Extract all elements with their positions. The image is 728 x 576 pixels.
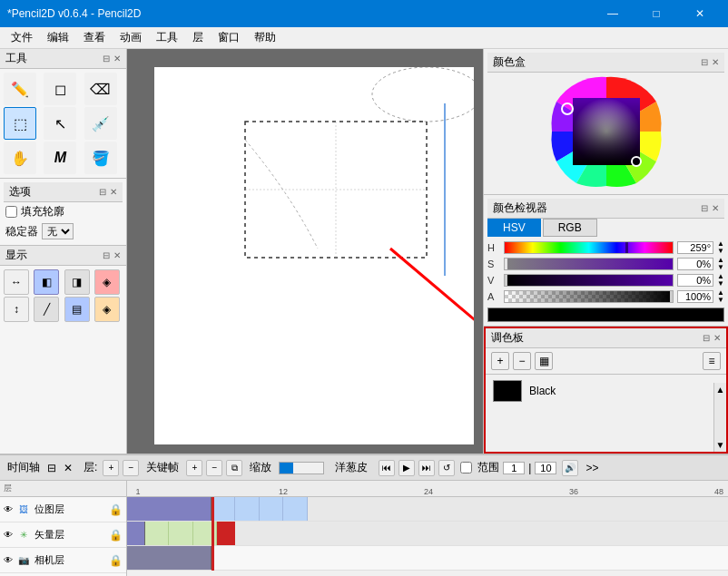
layer-row-bitmap[interactable]: 👁 🖼 位图层 🔒 <box>0 497 126 522</box>
bitmap-frame-4[interactable] <box>260 497 283 521</box>
bitmap-frame-3[interactable] <box>235 497 259 521</box>
remove-keyframe-btn[interactable]: − <box>206 460 222 476</box>
hand-btn[interactable]: ✋ <box>4 142 36 174</box>
fill-contour-checkbox[interactable] <box>5 206 17 218</box>
remove-layer-btn[interactable]: − <box>123 460 139 476</box>
val-down-arrow[interactable]: ▼ <box>717 280 724 288</box>
prev-frame-btn[interactable]: ⏮ <box>379 460 395 476</box>
layer-vector-lock[interactable]: 🔒 <box>109 529 123 542</box>
hue-down-arrow[interactable]: ▼ <box>717 248 724 255</box>
palette-close-icon[interactable]: ✕ <box>713 333 721 343</box>
smudge-m-btn[interactable]: M <box>44 142 76 174</box>
sat-value[interactable] <box>677 258 713 270</box>
menu-tools[interactable]: 工具 <box>149 28 185 47</box>
vector-frame-2[interactable] <box>145 522 169 545</box>
vector-keyframe-current[interactable] <box>217 522 235 545</box>
menu-help[interactable]: 帮助 <box>247 28 283 47</box>
val-value[interactable] <box>677 274 713 287</box>
val-track[interactable] <box>504 274 674 287</box>
bucket-btn[interactable]: 🪣 <box>84 142 117 174</box>
next-frame-btn[interactable]: ⏭ <box>418 460 435 476</box>
smudge-tool-btn[interactable]: ⌫ <box>84 73 117 105</box>
safe-area-btn[interactable]: ◈ <box>94 297 120 322</box>
layer-bitmap-lock[interactable]: 🔒 <box>109 503 123 516</box>
add-keyframe-btn[interactable]: + <box>186 460 202 476</box>
display-close-icon[interactable]: ✕ <box>113 250 121 260</box>
timeline-float-icon[interactable]: ⊟ <box>47 462 56 474</box>
options-close-icon[interactable]: ✕ <box>110 187 117 197</box>
close-panel-icon[interactable]: ✕ <box>113 54 121 63</box>
layer-row-camera[interactable]: 👁 📷 相机层 🔒 <box>0 548 126 573</box>
scroll-down-arrow[interactable]: ▼ <box>714 438 727 452</box>
colorbox-float-icon[interactable]: ⊟ <box>701 57 708 67</box>
bitmap-frame-2[interactable] <box>212 497 235 521</box>
select-arrow-btn[interactable]: ↖ <box>44 107 76 140</box>
menu-animation[interactable]: 动画 <box>113 28 149 47</box>
menu-layers[interactable]: 层 <box>185 28 211 47</box>
flip-v-btn[interactable]: ↕ <box>4 297 29 322</box>
alpha-down-arrow[interactable]: ▼ <box>717 297 724 304</box>
canvas[interactable] <box>154 67 474 444</box>
palette-grid-btn[interactable]: ▦ <box>535 352 553 370</box>
palette-float-icon[interactable]: ⊟ <box>703 333 710 343</box>
float-icon[interactable]: ⊟ <box>103 54 110 63</box>
timeline-close-icon[interactable]: ✕ <box>64 462 73 474</box>
vector-frame-3[interactable] <box>169 522 192 545</box>
canvas-area[interactable] <box>127 49 483 454</box>
colorviewer-close-icon[interactable]: ✕ <box>712 203 719 213</box>
sat-down-arrow[interactable]: ▼ <box>717 264 724 271</box>
stabilizer-select[interactable]: 无 <box>42 223 74 239</box>
menu-window[interactable]: 窗口 <box>211 28 247 47</box>
zoom-slider[interactable] <box>279 462 324 474</box>
eyedropper-btn[interactable]: 💉 <box>84 107 117 140</box>
vector-keyframe-1[interactable] <box>127 522 145 545</box>
close-button[interactable]: ✕ <box>679 0 721 27</box>
scroll-up-arrow[interactable]: ▲ <box>714 383 727 396</box>
dup-keyframe-btn[interactable]: ⧉ <box>226 460 242 476</box>
overlay-btn[interactable]: ▤ <box>64 297 90 322</box>
select-rect-btn[interactable]: ⬚ <box>4 107 36 140</box>
loop-btn[interactable]: ↺ <box>438 460 455 476</box>
palette-menu-btn[interactable]: ≡ <box>703 352 721 370</box>
range-start-input[interactable] <box>503 462 525 474</box>
range-checkbox[interactable] <box>460 462 472 473</box>
colorviewer-float-icon[interactable]: ⊟ <box>701 203 708 213</box>
palette-add-btn[interactable]: + <box>491 352 509 370</box>
bitmap-frame-5[interactable] <box>283 497 307 521</box>
onion-prev-btn[interactable]: ◧ <box>34 269 59 295</box>
sat-track[interactable] <box>504 258 674 270</box>
alpha-track[interactable] <box>504 290 674 303</box>
vector-empty-frames[interactable] <box>235 522 728 545</box>
play-btn[interactable]: ▶ <box>398 460 415 476</box>
minimize-button[interactable]: — <box>592 0 634 27</box>
layer-camera-lock[interactable]: 🔒 <box>109 554 123 567</box>
jump-right-icon[interactable]: >> <box>585 462 598 474</box>
hue-track[interactable] <box>504 241 674 254</box>
menu-view[interactable]: 查看 <box>76 28 113 47</box>
layer-row-vector[interactable]: 👁 ✳ 矢量层 🔒 <box>0 522 126 548</box>
menu-edit[interactable]: 编辑 <box>40 28 76 47</box>
palette-item-black[interactable]: Black <box>489 378 723 404</box>
onion-next-btn[interactable]: ◨ <box>64 269 90 295</box>
alpha-value[interactable] <box>677 290 713 303</box>
grid-btn[interactable]: ╱ <box>34 297 59 322</box>
rgb-tab[interactable]: RGB <box>543 219 597 237</box>
color-onion-btn[interactable]: ◈ <box>94 269 120 295</box>
eraser-tool-btn[interactable]: ◻ <box>44 73 76 105</box>
flip-h-btn[interactable]: ↔ <box>4 269 29 295</box>
hsv-tab[interactable]: HSV <box>487 219 541 237</box>
hue-value[interactable] <box>677 241 713 254</box>
add-layer-btn[interactable]: + <box>103 460 119 476</box>
menu-file[interactable]: 文件 <box>4 28 40 47</box>
colorbox-close-icon[interactable]: ✕ <box>712 57 719 67</box>
pencil-tool-btn[interactable]: ✏️ <box>4 73 36 105</box>
display-float-icon[interactable]: ⊟ <box>103 250 110 260</box>
layer-camera-vis[interactable]: 👁 <box>4 555 13 565</box>
layer-vector-vis[interactable]: 👁 <box>4 530 13 540</box>
sound-btn[interactable]: 🔊 <box>562 460 578 476</box>
camera-keyframe-1[interactable] <box>127 546 212 570</box>
layer-bitmap-vis[interactable]: 👁 <box>4 504 13 514</box>
color-wheel[interactable] <box>547 73 665 190</box>
camera-empty-frames[interactable] <box>212 546 728 570</box>
palette-remove-btn[interactable]: − <box>513 352 531 370</box>
